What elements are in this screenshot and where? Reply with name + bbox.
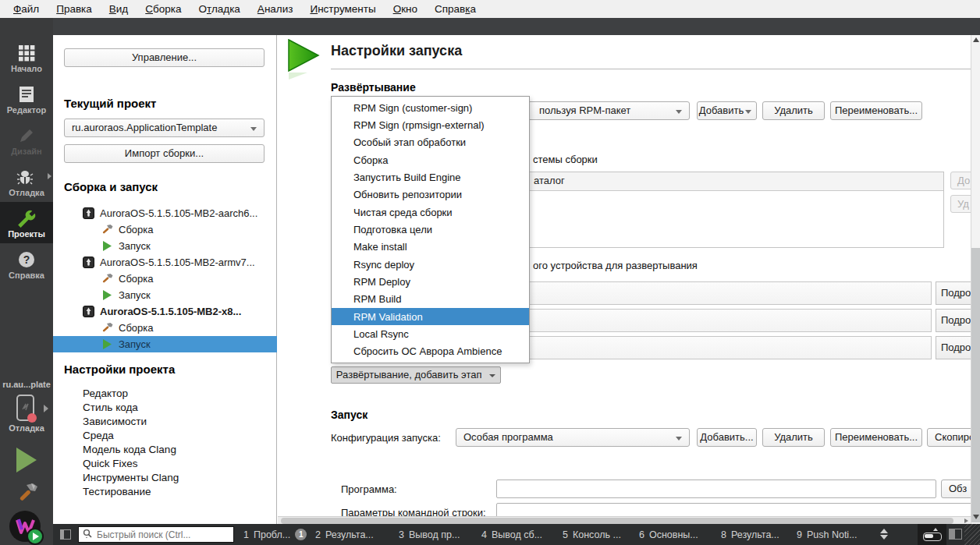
dropdown-item[interactable]: RPM Deploy — [332, 273, 529, 290]
dropdown-item[interactable]: Make install — [332, 239, 529, 256]
project-combobox[interactable]: ru.auroraos.ApplicationTemplate — [64, 119, 265, 137]
output-pane-button[interactable]: 6Основны... — [639, 524, 698, 545]
dropdown-item[interactable]: Сбросить ОС Аврора Ambience — [332, 343, 529, 360]
kit-build-row[interactable]: Сборка — [53, 271, 277, 287]
sidebar-mode-debug[interactable]: Отладка — [0, 161, 53, 202]
vertical-scrollbar-thumb[interactable] — [971, 248, 980, 522]
deploy-remove-button[interactable]: Удалить — [762, 101, 825, 120]
kit-run-row[interactable]: Запуск — [53, 238, 277, 254]
project-settings-item[interactable]: Редактор — [83, 388, 128, 399]
menu-item[interactable]: Файл — [5, 1, 48, 17]
kit-child-label: Сборка — [119, 224, 154, 235]
program-input[interactable] — [496, 480, 936, 498]
files-add-button[interactable]: До — [950, 172, 971, 189]
run-button[interactable] — [16, 448, 37, 472]
search-icon — [83, 529, 92, 540]
output-pane-arrows-icon[interactable] — [880, 529, 888, 540]
step-details-button[interactable]: Подро — [936, 281, 971, 305]
scroll-up-icon[interactable] — [973, 37, 979, 42]
project-settings-item[interactable]: Среда — [83, 430, 114, 441]
dropdown-item[interactable]: Rsync deploy — [332, 256, 529, 273]
output-pane-button[interactable]: 3Вывод пр... — [399, 524, 460, 545]
sidebar-mode-editor[interactable]: Редактор — [0, 78, 53, 119]
add-deploy-step-button[interactable]: Развёртывание, добавить этап — [331, 366, 501, 384]
menu-item[interactable]: Окно — [385, 1, 426, 17]
dropdown-item[interactable]: Подготовка цели — [332, 221, 529, 238]
run-rename-button[interactable]: Переименовать... — [830, 428, 922, 447]
menu-item[interactable]: Сборка — [137, 1, 190, 17]
build-button[interactable] — [14, 480, 41, 508]
dropdown-item[interactable]: RPM Sign (customer-sign) — [332, 99, 529, 116]
manage-kits-button[interactable]: Управление... — [64, 48, 265, 67]
scroll-down-icon[interactable] — [973, 515, 979, 519]
project-settings-item[interactable]: Зависимости — [83, 416, 147, 427]
dropdown-item[interactable]: Сборка — [332, 151, 529, 168]
files-remove-button[interactable]: Уд — [950, 195, 971, 213]
vertical-scrollbar[interactable] — [971, 35, 980, 524]
window-resize-grip[interactable] — [964, 524, 980, 545]
locator-searchbox[interactable] — [78, 526, 234, 543]
sidebar-mode-wrench[interactable]: Проекты — [0, 202, 53, 243]
menu-item[interactable]: Справка — [426, 1, 485, 17]
run-remove-button[interactable]: Удалить — [762, 428, 825, 447]
menu-item[interactable]: Инструменты — [301, 1, 384, 17]
run-copy-button[interactable]: Скопиро — [927, 428, 971, 447]
horizontal-scrollbar-thumb[interactable] — [281, 518, 953, 524]
dropdown-item[interactable]: RPM Build — [332, 291, 529, 308]
progress-arrow-icon — [933, 528, 938, 531]
dropdown-item[interactable]: Local Rsync — [332, 325, 529, 342]
sidebar-mode-grid[interactable]: Начало — [0, 37, 53, 78]
menu-item[interactable]: Вид — [101, 1, 137, 17]
browse-button[interactable]: Обз — [941, 480, 971, 498]
scroll-right-icon[interactable] — [964, 518, 968, 523]
kit-row[interactable]: AuroraOS-5.1.5.105-MB2-x8... — [53, 303, 277, 320]
aurora-app-launcher[interactable] — [6, 508, 45, 545]
dropdown-item[interactable]: Особый этап обработки — [332, 134, 529, 151]
kit-run-row[interactable]: Запуск — [53, 336, 277, 352]
output-pane-button[interactable]: 9Push Noti... — [797, 524, 858, 545]
horizontal-scrollbar[interactable] — [278, 516, 971, 524]
output-pane-button[interactable]: 5Консоль ... — [563, 524, 621, 545]
kit-run-row[interactable]: Запуск — [53, 287, 277, 303]
menu-item[interactable]: Анализ — [249, 1, 302, 17]
mode-arrow-icon[interactable] — [48, 173, 51, 179]
project-settings-item[interactable]: Модель кода Clang — [83, 444, 176, 455]
step-details-button[interactable]: Подро — [936, 309, 971, 332]
progress-fill-icon — [925, 534, 933, 538]
output-panel-toggle-icon[interactable] — [949, 529, 962, 540]
project-settings-item[interactable]: Quick Fixes — [83, 458, 138, 469]
build-progress-button[interactable] — [918, 524, 946, 545]
dropdown-item[interactable]: Чистая среда сборки — [332, 203, 529, 221]
output-pane-button[interactable]: 8Результа... — [721, 524, 779, 545]
kit-build-row[interactable]: Сборка — [53, 320, 277, 336]
kit-row[interactable]: AuroraOS-5.1.5.105-MB2-armv7... — [53, 254, 277, 271]
dropdown-item[interactable]: Обновить репозитории — [332, 186, 529, 203]
run-config-combobox[interactable]: Особая программа — [456, 428, 690, 447]
output-pane-button[interactable]: 2Результа... — [315, 524, 374, 545]
dropdown-item[interactable]: Запустить Build Engine — [332, 168, 529, 186]
dropdown-item[interactable]: RPM Validation — [332, 308, 529, 325]
output-pane-button[interactable]: 1Пробл...1 — [243, 524, 307, 545]
step-details-button[interactable]: Подро — [936, 336, 971, 359]
output-pane-button[interactable]: 4Вывод сб... — [481, 524, 542, 545]
build-icon — [101, 273, 113, 285]
kit-name: AuroraOS-5.1.5.105-MB2-x8... — [100, 306, 241, 317]
project-settings-item[interactable]: Стиль кода — [83, 402, 138, 413]
sidebar-mode-help[interactable]: ?Справка — [0, 243, 53, 285]
deploy-add-button[interactable]: Добавить — [697, 101, 757, 120]
menu-item[interactable]: Отладка — [190, 1, 248, 17]
locator-input[interactable] — [95, 529, 233, 541]
dropdown-item[interactable]: RPM Sign (rpmsign-external) — [332, 116, 529, 133]
toggle-sidebar-icon[interactable] — [60, 529, 71, 540]
import-build-button[interactable]: Импорт сборки... — [64, 144, 265, 163]
menu-item[interactable]: Правка — [48, 1, 101, 17]
debug-icon — [0, 166, 53, 187]
kit-row[interactable]: AuroraOS-5.1.5.105-MB2-aarch6... — [53, 205, 277, 221]
kit-build-row[interactable]: Сборка — [53, 221, 277, 238]
deploy-rename-button[interactable]: Переименовать... — [830, 101, 922, 120]
toolbar-strip — [53, 18, 980, 35]
project-settings-item[interactable]: Инструменты Clang — [83, 472, 179, 483]
debug-target-selector[interactable]: Отладка — [0, 392, 53, 439]
project-settings-item[interactable]: Тестирование — [83, 486, 151, 497]
run-add-button[interactable]: Добавить... — [697, 428, 757, 447]
